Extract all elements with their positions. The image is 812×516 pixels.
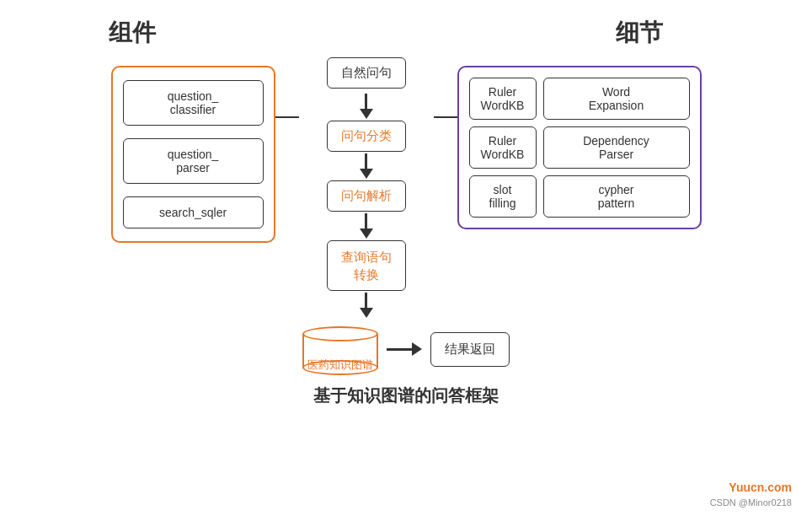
db-label: 医药知识图谱	[302, 358, 378, 373]
component-question-parser: question_parser	[123, 138, 264, 184]
main-container: 组件 细节 question_classifier question_parse…	[0, 0, 812, 516]
right-row-2: Ruler WordKB Dependency Parser	[469, 126, 690, 169]
result-box: 结果返回	[430, 332, 510, 367]
ruler-wordkb-2: Ruler WordKB	[469, 126, 537, 169]
right-row-3: slot filling cypher pattern	[469, 175, 690, 218]
center-flow: 自然问句 问句分类 问句解析 查询语句转换	[299, 57, 434, 320]
left-section-title: 组件	[109, 19, 156, 46]
diagram-area: question_classifier question_parser sear…	[8, 57, 804, 320]
word-expansion: Word Expansion	[543, 78, 690, 120]
page-title: 基于知识图谱的问答框架	[313, 384, 499, 407]
arrow4	[360, 293, 373, 318]
component-search-sqler: search_sqler	[123, 196, 264, 228]
right-details-box: Ruler WordKB Word Expansion Ruler WordKB…	[457, 66, 702, 229]
arrow-right-head	[412, 342, 422, 356]
arrow3	[360, 213, 373, 239]
component-question-classifier: question_classifier	[123, 80, 264, 126]
right-row-1: Ruler WordKB Word Expansion	[469, 78, 690, 120]
natural-question-node: 自然问句	[327, 57, 406, 89]
ruler-wordkb-1: Ruler WordKB	[469, 78, 537, 120]
db-top-ellipse	[302, 326, 378, 341]
left-components-box: question_classifier question_parser sear…	[111, 66, 275, 243]
arrow-right-line	[387, 348, 412, 351]
bottom-area: 医药知识图谱 结果返回	[302, 326, 510, 373]
cypher-pattern: cypher pattern	[543, 175, 690, 218]
database-symbol: 医药知识图谱	[302, 326, 378, 373]
arrow1	[360, 94, 373, 119]
dependency-parser: Dependency Parser	[543, 126, 690, 169]
arrow-right	[387, 342, 422, 356]
arrow2	[360, 153, 373, 179]
slot-filling: slot filling	[469, 175, 537, 218]
flow-step2: 问句解析	[327, 180, 406, 212]
watermark-yuucn: Yuucn.com	[729, 481, 792, 494]
watermark-csdn: CSDN @Minor0218	[710, 497, 792, 508]
flow-step1: 问句分类	[327, 121, 406, 152]
right-section-title: 细节	[616, 19, 663, 46]
section-titles: 组件 细节	[8, 17, 804, 49]
flow-step3: 查询语句转换	[327, 240, 406, 291]
